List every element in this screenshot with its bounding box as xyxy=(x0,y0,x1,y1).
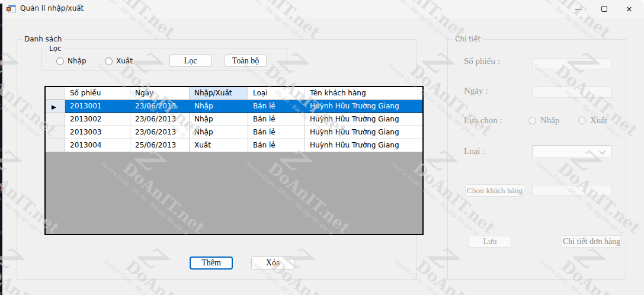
table-row[interactable]: 2013003 23/06/2013 Nhập Bán lẻ Huỳnh Hữu… xyxy=(46,126,422,139)
filter-radio-nhap[interactable]: Nhập xyxy=(56,57,86,65)
table-row[interactable]: 2013002 23/06/2013 Nhập Bán lẻ Huỳnh Hữu… xyxy=(46,113,422,126)
grid-header-row: Số phiếu Ngày Nhập/Xuất Loại Tên khách h… xyxy=(46,87,422,100)
column-header-nhap-xuat[interactable]: Nhập/Xuất xyxy=(190,87,248,100)
maximize-button[interactable] xyxy=(591,0,618,18)
loai-combobox[interactable] xyxy=(532,145,611,158)
app-icon xyxy=(7,5,16,13)
window-title: Quản lí nhập/xuất xyxy=(20,4,84,12)
close-button[interactable]: ✕ xyxy=(616,0,643,18)
cell-so-phieu: 2013002 xyxy=(65,113,130,126)
row-header-cell[interactable]: ▶ xyxy=(46,100,65,113)
maximize-icon xyxy=(601,6,607,12)
close-icon: ✕ xyxy=(626,5,633,13)
toan-bo-button[interactable]: Toàn bộ xyxy=(225,54,267,67)
khach-hang-input[interactable] xyxy=(532,185,612,196)
row-header-cell[interactable] xyxy=(46,126,65,139)
loc-button[interactable]: Lọc xyxy=(169,54,212,67)
chi-tiet-don-hang-button[interactable]: Chi tiết đơn hàng xyxy=(562,235,621,248)
loai-label: Loại : xyxy=(464,146,485,156)
chon-khach-hang-button[interactable]: Chọn khách hàng xyxy=(465,184,524,197)
detail-radio-xuat-label: Xuất xyxy=(590,116,607,126)
column-header-ten-khach-hang[interactable]: Tên khách hàng xyxy=(305,87,422,100)
table-row[interactable]: ▶ 2013001 23/06/2013 Nhập Bán lẻ Huỳnh H… xyxy=(46,100,422,113)
title-bar: Quản lí nhập/xuất ✕ xyxy=(0,0,644,18)
group-chi-tiet-title: Chi tiết xyxy=(453,35,483,43)
cell-ten-khach-hang: Huỳnh Hữu Trường Giang xyxy=(305,113,422,126)
ngay-label: Ngày : xyxy=(464,86,488,96)
xoa-button[interactable]: Xóa xyxy=(251,256,294,270)
radio-icon xyxy=(56,57,64,65)
radio-icon xyxy=(578,117,586,124)
chevron-down-icon xyxy=(600,149,605,155)
so-phieu-input[interactable] xyxy=(532,58,611,69)
them-button[interactable]: Thêm xyxy=(190,256,233,270)
background-window-edge xyxy=(0,4,2,295)
column-header-ngay[interactable]: Ngày xyxy=(130,87,190,100)
radio-icon xyxy=(528,117,536,124)
cell-ten-khach-hang: Huỳnh Hữu Trường Giang xyxy=(305,100,422,113)
group-loc-title: Lọc xyxy=(47,44,64,53)
minimize-button[interactable] xyxy=(565,0,592,18)
cell-ngay: 23/06/2013 xyxy=(130,113,190,126)
cell-nhap-xuat: Nhập xyxy=(190,126,248,139)
cell-so-phieu: 2013001 xyxy=(65,100,130,113)
filter-radio-nhap-label: Nhập xyxy=(68,57,86,65)
cell-loai: Bán lẻ xyxy=(248,113,305,126)
lua-chon-label: Lựa chọn : xyxy=(464,116,502,126)
row-header-cell[interactable] xyxy=(46,139,65,152)
minimize-icon xyxy=(575,9,582,9)
app-window: Quản lí nhập/xuất ✕ Danh sách Lọc Nhập X… xyxy=(0,0,644,295)
group-danh-sach-title: Danh sách xyxy=(22,35,64,43)
row-header-cell[interactable] xyxy=(46,113,65,126)
cell-nhap-xuat: Xuất xyxy=(190,139,248,152)
detail-radio-xuat[interactable]: Xuất xyxy=(578,116,607,126)
cell-nhap-xuat: Nhập xyxy=(190,113,248,126)
luu-button[interactable]: Lưu xyxy=(469,236,511,248)
detail-radio-nhap[interactable]: Nhập xyxy=(528,116,560,126)
so-phieu-label: Số phiếu : xyxy=(464,56,500,66)
cell-loai: Bán lẻ xyxy=(248,139,305,152)
grid-rows: ▶ 2013001 23/06/2013 Nhập Bán lẻ Huỳnh H… xyxy=(46,100,422,152)
table-row[interactable]: 2013004 25/06/2013 Xuất Bán lẻ Huỳnh Hữu… xyxy=(46,139,422,152)
cell-so-phieu: 2013003 xyxy=(65,126,130,139)
detail-radio-nhap-label: Nhập xyxy=(540,116,560,126)
cell-nhap-xuat: Nhập xyxy=(190,100,248,113)
cell-ngay: 23/06/2013 xyxy=(130,126,190,139)
cell-ten-khach-hang: Huỳnh Hữu Trường Giang xyxy=(305,126,422,139)
filter-radio-xuat[interactable]: Xuất xyxy=(105,57,133,65)
grid-corner-cell xyxy=(46,87,65,100)
cell-loai: Bán lẻ xyxy=(248,100,305,113)
cell-ngay: 23/06/2013 xyxy=(130,100,190,113)
data-grid[interactable]: Số phiếu Ngày Nhập/Xuất Loại Tên khách h… xyxy=(44,86,424,235)
column-header-loai[interactable]: Loại xyxy=(248,87,305,100)
ngay-input[interactable] xyxy=(532,86,612,98)
filter-radio-xuat-label: Xuất xyxy=(116,57,133,65)
cell-so-phieu: 2013004 xyxy=(65,139,130,152)
cell-ngay: 25/06/2013 xyxy=(130,139,190,152)
cell-ten-khach-hang: Huỳnh Hữu Trường Giang xyxy=(305,139,422,152)
cell-loai: Bán lẻ xyxy=(248,126,305,139)
selected-row-arrow-icon: ▶ xyxy=(52,101,56,113)
radio-icon xyxy=(105,57,113,65)
column-header-so-phieu[interactable]: Số phiếu xyxy=(65,87,130,100)
